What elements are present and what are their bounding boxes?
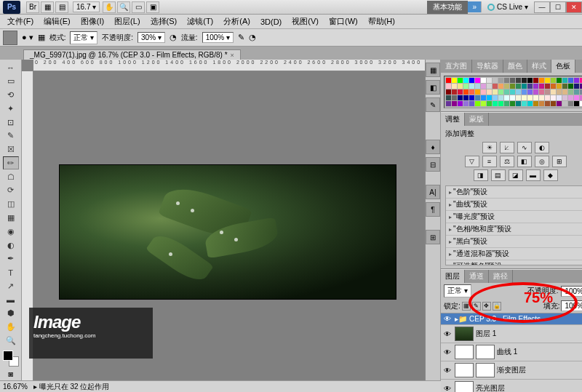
title-icon-screen[interactable]: ▣: [146, 1, 159, 13]
swatch[interactable]: [516, 84, 521, 89]
swatch[interactable]: [504, 84, 509, 89]
swatch[interactable]: [475, 84, 480, 89]
adj-photo-icon[interactable]: ◎: [535, 156, 549, 167]
swatch[interactable]: [463, 84, 469, 89]
swatch[interactable]: [452, 84, 457, 89]
brush-tool[interactable]: ✏: [3, 156, 19, 169]
swatch[interactable]: [539, 78, 544, 83]
swatch[interactable]: [574, 89, 579, 95]
zoom-tool[interactable]: 🔍: [3, 335, 19, 348]
swatch[interactable]: [551, 84, 556, 89]
menu-analysis[interactable]: 分析(A): [219, 15, 255, 28]
path-tool[interactable]: ↗: [3, 280, 19, 293]
visibility-icon[interactable]: 👁: [442, 367, 453, 375]
menu-edit[interactable]: 编辑(E): [39, 15, 75, 28]
strip-color-icon[interactable]: ◧: [426, 80, 440, 95]
document-tab[interactable]: _MG_5997(1).jpg @ 16.7% (CEP 3.0 - Film …: [23, 49, 241, 60]
maximize-button[interactable]: ☐: [550, 1, 566, 13]
swatch[interactable]: [545, 95, 550, 100]
swatch[interactable]: [557, 101, 562, 106]
swatch[interactable]: [469, 89, 474, 95]
visibility-icon[interactable]: 👁: [442, 330, 453, 338]
swatch[interactable]: [493, 101, 498, 106]
swatch[interactable]: [510, 84, 515, 89]
blur-tool[interactable]: ◉: [3, 225, 19, 238]
swatch[interactable]: [533, 78, 538, 83]
swatch[interactable]: [487, 95, 492, 100]
panel-tab-histogram[interactable]: 直方图: [441, 60, 472, 73]
swatch[interactable]: [510, 101, 515, 106]
swatch[interactable]: [545, 78, 550, 83]
swatch[interactable]: [551, 95, 556, 100]
menu-filter[interactable]: 滤镜(T): [183, 15, 218, 28]
swatch[interactable]: [527, 78, 533, 83]
fill-field[interactable]: 100%: [561, 300, 582, 311]
panel-tab-mask[interactable]: 蒙版: [465, 113, 489, 126]
swatch[interactable]: [498, 101, 503, 106]
wand-tool[interactable]: ✦: [3, 102, 19, 115]
adj-gradmap-icon[interactable]: ▬: [526, 169, 541, 181]
preset-item[interactable]: "曝光度"预设: [446, 211, 582, 223]
swatch[interactable]: [458, 95, 463, 100]
dodge-tool[interactable]: ◐: [3, 239, 19, 252]
swatch[interactable]: [487, 78, 492, 83]
swatch[interactable]: [562, 89, 567, 95]
tab-close-icon[interactable]: ×: [231, 52, 234, 59]
swatch[interactable]: [463, 95, 469, 100]
pen-tool[interactable]: ✒: [3, 252, 19, 265]
swatch[interactable]: [574, 78, 579, 83]
swatch[interactable]: [545, 89, 550, 95]
menu-window[interactable]: 窗口(W): [324, 15, 362, 28]
swatch[interactable]: [487, 89, 492, 95]
swatch[interactable]: [545, 101, 550, 106]
canvas-area[interactable]: 0 200 400 600 800 1000 1200 1400 1600 18…: [22, 60, 425, 380]
tablet-pressure-icon[interactable]: ◔: [249, 33, 256, 42]
marquee-tool[interactable]: ▭: [3, 75, 19, 88]
menu-3d[interactable]: 3D(D): [256, 16, 286, 28]
adj-selcolor-icon[interactable]: ◆: [543, 169, 558, 181]
panel-tab-color[interactable]: 颜色: [503, 60, 527, 73]
preset-item[interactable]: "色相/饱和度"预设: [446, 223, 582, 236]
title-icon-grid[interactable]: ▤: [55, 1, 68, 13]
panel-tab-swatches[interactable]: 色板: [551, 60, 575, 73]
swatch[interactable]: [527, 89, 533, 95]
swatch[interactable]: [562, 78, 567, 83]
swatch[interactable]: [545, 84, 550, 89]
swatch[interactable]: [533, 89, 538, 95]
eyedropper-tool[interactable]: ✎: [3, 129, 19, 143]
brush-preview-icon[interactable]: ● ▾: [22, 33, 33, 42]
opacity-field[interactable]: 30% ▾: [137, 32, 165, 43]
swatch[interactable]: [516, 101, 521, 106]
swatch[interactable]: [469, 78, 474, 83]
swatch[interactable]: [557, 89, 562, 95]
menu-select[interactable]: 选择(S): [146, 15, 182, 28]
visibility-icon[interactable]: 👁: [442, 385, 453, 393]
title-icon-zoom[interactable]: 🔍: [117, 1, 130, 13]
status-zoom[interactable]: 16.67%: [3, 383, 28, 391]
swatch[interactable]: [510, 95, 515, 100]
swatch[interactable]: [504, 78, 509, 83]
adj-hue-icon[interactable]: ≡: [482, 156, 497, 167]
opacity-pressure-icon[interactable]: ◔: [170, 33, 177, 42]
swatch[interactable]: [533, 101, 538, 106]
swatch[interactable]: [463, 101, 469, 106]
swatch[interactable]: [551, 101, 556, 106]
swatch[interactable]: [463, 89, 469, 95]
color-swatches[interactable]: [3, 351, 19, 367]
swatch[interactable]: [562, 95, 567, 100]
swatch[interactable]: [498, 78, 503, 83]
swatch[interactable]: [522, 89, 527, 95]
preset-item[interactable]: "色阶"预设: [446, 186, 582, 199]
swatch[interactable]: [574, 101, 579, 106]
strip-swatch-icon[interactable]: ▦: [426, 63, 440, 77]
stamp-tool[interactable]: ☖: [3, 170, 19, 183]
flow-field[interactable]: 100% ▾: [202, 32, 234, 43]
menu-image[interactable]: 图像(I): [76, 15, 108, 28]
swatch[interactable]: [522, 101, 527, 106]
swatch[interactable]: [539, 84, 544, 89]
visibility-icon[interactable]: 👁: [442, 348, 453, 356]
swatch[interactable]: [475, 101, 480, 106]
swatch[interactable]: [527, 95, 533, 100]
swatch[interactable]: [557, 84, 562, 89]
swatch[interactable]: [522, 95, 527, 100]
